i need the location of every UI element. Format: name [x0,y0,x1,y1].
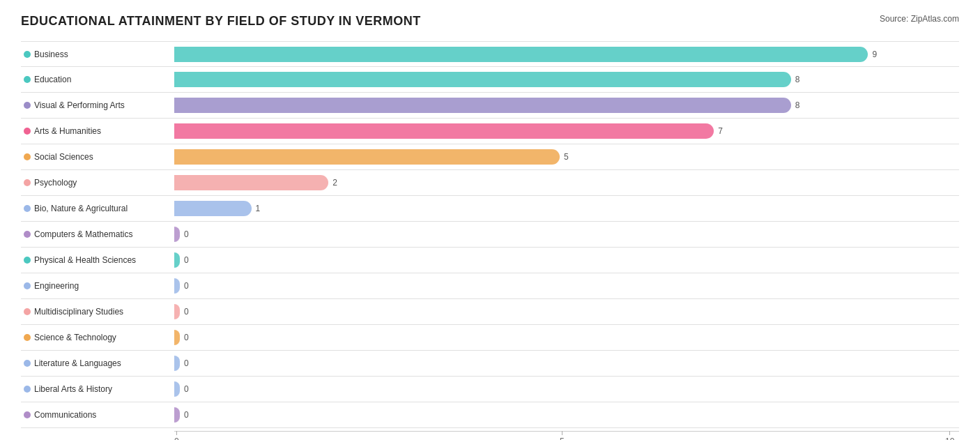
x-tick-label: 0 [174,437,179,440]
label-text: Arts & Humanities [34,126,101,136]
bar-row: Psychology2 [21,170,959,196]
bar-row: Business9 [21,41,959,67]
bar-container: 0 [174,222,959,247]
label-dot [24,153,31,160]
bar-container: 0 [174,402,959,427]
bar-label: Liberal Arts & History [21,383,174,395]
label-text: Physical & Health Sciences [34,255,136,265]
x-tick: 10 [945,431,954,440]
bar-container: 8 [174,67,959,92]
bar-row: Engineering0 [21,273,959,299]
bar-value-label: 9 [872,50,877,59]
bar-row: Literature & Languages0 [21,351,959,377]
bar-container: 5 [174,144,959,169]
bar-value-label: 8 [795,100,800,110]
label-dot [24,257,31,264]
chart-area: Business9Education8Visual & Performing A… [21,41,959,428]
bar-label: Arts & Humanities [21,125,174,137]
bar [174,304,180,319]
label-text: Literature & Languages [34,358,121,368]
bar-value-label: 0 [184,333,189,342]
bar-label: Computers & Mathematics [21,228,174,241]
x-tick-mark [176,431,177,435]
x-tick-mark [562,431,562,435]
bar-row: Multidisciplinary Studies0 [21,299,959,325]
bar [174,278,180,294]
source-label: Source: ZipAtlas.com [880,14,959,24]
bar-value-label: 0 [184,358,189,368]
bar-container: 0 [174,377,959,402]
bar-container: 0 [174,299,959,324]
bar-row: Communications0 [21,402,959,428]
bar-value-label: 1 [256,204,261,213]
bar-container: 2 [174,170,959,195]
label-dot [24,76,31,83]
bar [174,227,180,242]
label-dot [24,231,31,238]
x-axis-line [174,431,959,432]
label-dot [24,102,31,109]
bar-value-label: 0 [184,410,189,420]
bar-label: Psychology [21,176,174,189]
bar [174,149,560,165]
bar-container: 0 [174,248,959,273]
label-text: Multidisciplinary Studies [34,307,123,317]
x-tick-mark [949,431,950,435]
bar-value-label: 0 [184,229,189,239]
label-text: Psychology [34,178,77,188]
bar-value-label: 2 [332,178,337,188]
bar-row: Science & Technology0 [21,325,959,351]
bar-value-label: 5 [564,152,569,162]
bar-label: Communications [21,409,174,421]
bar [174,47,868,62]
bar-row: Computers & Mathematics0 [21,222,959,248]
bar [174,381,180,397]
label-text: Liberal Arts & History [34,384,112,394]
label-dot [24,282,31,289]
bar [174,330,180,345]
bar-label: Physical & Health Sciences [21,254,174,266]
chart-title: EDUCATIONAL ATTAINMENT BY FIELD OF STUDY… [21,14,421,29]
bar-label: Education [21,73,174,86]
chart-header: EDUCATIONAL ATTAINMENT BY FIELD OF STUDY… [21,14,959,29]
bar-label: Bio, Nature & Agricultural [21,202,174,215]
bar-row: Bio, Nature & Agricultural1 [21,196,959,222]
bar-value-label: 0 [184,281,189,291]
label-text: Computers & Mathematics [34,229,132,239]
label-dot [24,334,31,341]
bar-row: Arts & Humanities7 [21,119,959,144]
bar-value-label: 7 [718,126,723,136]
bar [174,252,180,268]
x-tick-label: 5 [560,437,565,440]
label-text: Communications [34,410,96,420]
bar-value-label: 8 [795,75,800,84]
bar-label: Visual & Performing Arts [21,99,174,112]
label-text: Social Sciences [34,152,93,162]
bar-label: Social Sciences [21,151,174,163]
bar [174,356,180,371]
bar-container: 8 [174,93,959,118]
bar-row: Visual & Performing Arts8 [21,93,959,119]
bar-label: Engineering [21,280,174,292]
label-dot [24,179,31,186]
bar [174,175,328,190]
bar [174,201,252,216]
label-text: Bio, Nature & Agricultural [34,204,128,213]
label-dot [24,308,31,315]
bar-container: 0 [174,351,959,376]
bar [174,123,714,139]
bar [174,407,180,423]
bar-value-label: 0 [184,384,189,394]
x-tick: 5 [560,431,565,440]
bar [174,72,791,87]
bar-container: 1 [174,196,959,221]
label-dot [24,51,31,58]
bar [174,98,791,113]
bar-container: 7 [174,119,959,144]
bar-value-label: 0 [184,255,189,265]
label-dot [24,205,31,212]
label-dot [24,360,31,367]
bar-row: Education8 [21,67,959,93]
bar-row: Liberal Arts & History0 [21,377,959,402]
bar-row: Social Sciences5 [21,144,959,170]
